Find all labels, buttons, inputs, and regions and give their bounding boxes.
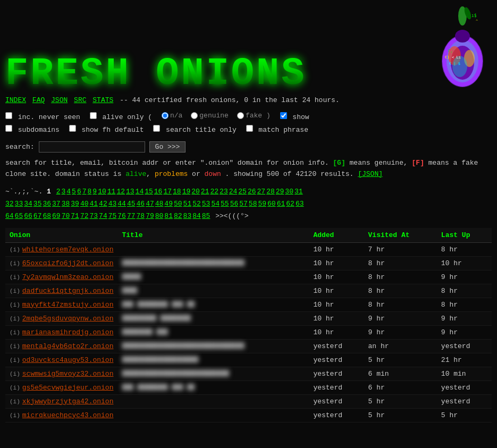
radio-na[interactable]: n/a	[162, 109, 182, 122]
onion-link[interactable]: scwmwsig5mvoyz32.onion	[22, 370, 114, 378]
option-alive-only[interactable]: alive only (	[90, 113, 156, 121]
pagination-page-17[interactable]: 17	[163, 188, 172, 196]
pagination-page-68[interactable]: 68	[43, 212, 51, 220]
onion-link[interactable]: mentalg4vb6qto2r.onion	[22, 342, 114, 350]
pagination-page-2[interactable]: 2	[56, 188, 61, 196]
pagination-page-8[interactable]: 8	[88, 188, 92, 196]
pagination-page-80[interactable]: 80	[155, 212, 164, 220]
pagination-page-64[interactable]: 64	[5, 212, 14, 220]
pagination-page-75[interactable]: 75	[108, 212, 117, 220]
pagination-page-43[interactable]: 43	[108, 200, 117, 208]
nav-faq[interactable]: FAQ	[32, 96, 45, 104]
pagination-page-67[interactable]: 67	[33, 212, 42, 220]
pagination-page-62[interactable]: 62	[286, 200, 294, 208]
pagination-page-19[interactable]: 19	[182, 188, 191, 196]
pagination-page-54[interactable]: 54	[211, 200, 220, 208]
option-show-fh-default[interactable]: show fh default	[69, 126, 148, 134]
pagination-page-16[interactable]: 16	[154, 188, 163, 196]
onion-link[interactable]: mayyfkt47zmstujy.onion	[22, 301, 114, 309]
option-show-checked[interactable]: show	[280, 113, 309, 121]
pagination-page-78[interactable]: 78	[137, 212, 145, 220]
pagination-page-9[interactable]: 9	[92, 188, 97, 196]
pagination-page-60[interactable]: 60	[267, 200, 276, 208]
onion-link[interactable]: marianasmihrpdjg.onion	[22, 328, 114, 336]
pagination-page-58[interactable]: 58	[249, 200, 257, 208]
onion-link[interactable]: gs5e5ecvwgiejeur.onion	[22, 384, 114, 392]
nav-json[interactable]: JSON	[51, 96, 68, 104]
option-inc-never-seen[interactable]: inc. never seen	[5, 113, 85, 121]
onion-link[interactable]: 7y2avmqwlnm3zeao.onion	[22, 273, 114, 281]
pagination-page-10[interactable]: 10	[98, 188, 106, 196]
checkbox-search-title[interactable]	[153, 125, 160, 132]
info-link[interactable]: (i)	[10, 260, 20, 267]
nav-stats[interactable]: STATS	[92, 96, 113, 104]
pagination-page-6[interactable]: 6	[77, 188, 81, 196]
onion-link[interactable]: whitehorsem7evqk.onion	[22, 246, 114, 253]
pagination-page-39[interactable]: 39	[71, 200, 79, 208]
nav-index[interactable]: INDEX	[5, 96, 26, 104]
pagination-page-4[interactable]: 4	[66, 188, 71, 196]
info-link[interactable]: (i)	[10, 399, 20, 405]
option-search-title-only[interactable]: search title only	[153, 126, 240, 134]
pagination-page-34[interactable]: 34	[24, 200, 32, 208]
pagination-page-22[interactable]: 22	[210, 188, 218, 196]
pagination-page-45[interactable]: 45	[127, 200, 136, 208]
checkbox-show[interactable]	[280, 112, 287, 119]
checkbox-alive-only[interactable]	[90, 112, 97, 119]
pagination-page-26[interactable]: 26	[248, 188, 256, 196]
option-match-phrase[interactable]: match phrase	[246, 126, 308, 134]
info-link[interactable]: (i)	[10, 357, 20, 364]
pagination-page-5[interactable]: 5	[72, 188, 76, 196]
pagination-page-53[interactable]: 53	[202, 200, 210, 208]
pagination-page-59[interactable]: 59	[258, 200, 266, 208]
radio-genuine[interactable]: genuine	[191, 109, 229, 122]
pagination-page-76[interactable]: 76	[117, 212, 126, 220]
pagination-page-3[interactable]: 3	[61, 188, 65, 196]
checkbox-subdomains[interactable]	[5, 125, 12, 132]
pagination-page-14[interactable]: 14	[136, 188, 144, 196]
radio-fake[interactable]: fake )	[237, 109, 271, 122]
pagination-page-20[interactable]: 20	[191, 188, 200, 196]
pagination-page-13[interactable]: 13	[126, 188, 134, 196]
info-link[interactable]: (i)	[10, 343, 20, 350]
pagination-page-55[interactable]: 55	[221, 200, 229, 208]
checkbox-match-phrase[interactable]	[246, 125, 253, 132]
pagination-page-81[interactable]: 81	[164, 212, 173, 220]
option-show-subdomains[interactable]: subdomains	[5, 126, 64, 134]
pagination-page-15[interactable]: 15	[145, 188, 153, 196]
pagination-page-28[interactable]: 28	[266, 188, 275, 196]
pagination-page-24[interactable]: 24	[229, 188, 238, 196]
pagination-page-40[interactable]: 40	[80, 200, 89, 208]
pagination-page-48[interactable]: 48	[155, 200, 164, 208]
nav-src[interactable]: SRC	[74, 96, 86, 104]
pagination-page-37[interactable]: 37	[52, 200, 61, 208]
pagination-page-70[interactable]: 70	[62, 212, 70, 220]
pagination-page-50[interactable]: 50	[174, 200, 182, 208]
onion-link[interactable]: xkjwwybrzjytga42.onion	[22, 398, 114, 405]
checkbox-fh-default[interactable]	[69, 125, 76, 132]
pagination-page-52[interactable]: 52	[192, 200, 201, 208]
json-link[interactable]: [JSON]	[358, 170, 383, 178]
info-link[interactable]: (i)	[10, 302, 20, 308]
info-link[interactable]: (i)	[10, 316, 20, 322]
pagination-page-72[interactable]: 72	[80, 212, 89, 220]
pagination-page-23[interactable]: 23	[220, 188, 228, 196]
pagination-page-29[interactable]: 29	[276, 188, 284, 196]
pagination-page-35[interactable]: 35	[33, 200, 42, 208]
pagination-page-56[interactable]: 56	[230, 200, 239, 208]
info-link[interactable]: (i)	[10, 274, 20, 281]
pagination-page-32[interactable]: 32	[5, 200, 14, 208]
pagination-page-41[interactable]: 41	[89, 200, 98, 208]
onion-link[interactable]: 65oxcqizfo6jj2dt.onion	[22, 259, 114, 267]
radio-input-genuine[interactable]	[191, 112, 198, 119]
info-link[interactable]: (i)	[10, 329, 20, 336]
pagination-page-65[interactable]: 65	[15, 212, 23, 220]
info-link[interactable]: (i)	[10, 247, 20, 253]
onion-link[interactable]: od3uvcksc4augv53.onion	[22, 356, 114, 364]
pagination-page-30[interactable]: 30	[285, 188, 293, 196]
pagination-page-84[interactable]: 84	[192, 212, 201, 220]
pagination-page-11[interactable]: 11	[107, 188, 116, 196]
search-input[interactable]	[39, 141, 145, 153]
pagination-page-25[interactable]: 25	[238, 188, 247, 196]
pagination-page-7[interactable]: 7	[82, 188, 87, 196]
